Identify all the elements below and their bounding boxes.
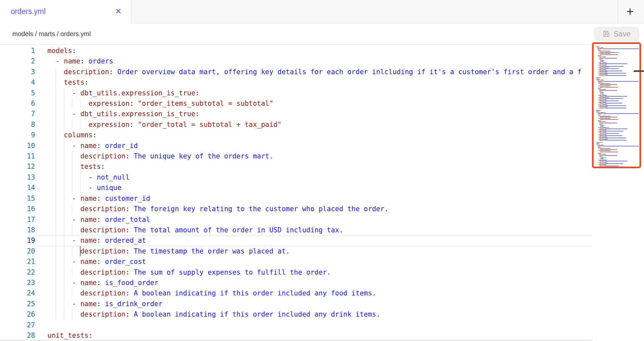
code-line[interactable]: 22 description: The sum of supply expens…	[0, 267, 592, 278]
code-token: description	[80, 247, 125, 255]
code-line[interactable]: 10 - name: order_id	[0, 141, 592, 151]
code-line[interactable]: 14 - unique	[0, 183, 592, 193]
code-line[interactable]: 3 description: Order overview data mart,…	[0, 67, 592, 77]
code-line[interactable]: 7 - dbt_utils.expression_is_true:	[0, 109, 592, 119]
minimap-segment	[596, 143, 599, 144]
minimap-row	[599, 134, 606, 135]
minimap-row	[599, 104, 607, 105]
code-token: order_cost	[101, 258, 146, 266]
code-token: -	[72, 142, 80, 150]
minimap-segment	[602, 164, 606, 165]
code-line[interactable]: 13 - not_null	[0, 172, 592, 183]
code-token: description	[80, 205, 125, 213]
code-line[interactable]: 26 description: A boolean indicating if …	[0, 309, 592, 320]
code-line[interactable]: 25 - name: is_drink_order	[0, 299, 592, 309]
code-line[interactable]: 15 - name: customer_id	[0, 193, 592, 204]
save-button[interactable]: Save	[594, 27, 639, 41]
minimap-segment	[602, 65, 607, 65]
minimap-row	[599, 106, 608, 107]
minimap-segment	[599, 72, 599, 72]
text-cursor	[80, 246, 81, 256]
code-line[interactable]: 11 description: The unique key of the or…	[0, 151, 592, 161]
minimap-row	[600, 158, 603, 159]
code-line[interactable]: 18 description: The total amount of the …	[0, 225, 592, 235]
indent-guide	[64, 267, 64, 278]
code-token: name	[80, 279, 97, 287]
code-line[interactable]: 23 - name: is_food_order	[0, 278, 592, 288]
code-line[interactable]: 21 - name: order_cost	[0, 256, 592, 267]
indent-guide	[80, 119, 81, 130]
minimap-segment	[598, 113, 602, 114]
indent-guide	[64, 204, 64, 214]
code-line[interactable]: 4 tests:	[0, 77, 592, 88]
close-icon[interactable]: ✕	[111, 0, 125, 23]
minimap-segment	[599, 133, 603, 134]
minimap-row	[600, 52, 619, 53]
minimap-row	[598, 115, 601, 115]
minimap-segment	[596, 111, 599, 112]
line-number: 6	[0, 98, 35, 109]
minimap-segment	[601, 157, 604, 158]
minimap-segment	[599, 108, 603, 108]
code-line[interactable]: 5 - dbt_utils.expression_is_true:	[0, 88, 592, 98]
minimap[interactable]	[594, 44, 639, 167]
minimap-row	[599, 105, 626, 106]
minimap-row	[600, 125, 604, 126]
code-lines[interactable]: 1models:2 - name: orders3 description: O…	[0, 46, 592, 341]
minimap-segment	[600, 82, 600, 83]
code-token: description	[80, 152, 125, 160]
minimap-row	[599, 108, 626, 108]
code-token: name	[64, 57, 81, 65]
code-line[interactable]: 12 tests:	[0, 161, 592, 172]
tab-title: orders.yml	[11, 0, 45, 23]
minimap-segment	[601, 126, 603, 127]
code-token: is_food_order	[101, 279, 158, 287]
line-number: 15	[0, 193, 35, 204]
minimap-segment	[600, 94, 601, 94]
tab-orders-yml[interactable]: orders.yml ✕	[0, 0, 132, 23]
line-number: 7	[0, 109, 35, 119]
code-line[interactable]: 1models:	[0, 46, 592, 56]
code-line[interactable]: 27	[0, 320, 592, 330]
line-number: 23	[0, 278, 35, 288]
minimap-segment	[599, 102, 599, 102]
code-line[interactable]: 9 columns:	[0, 130, 592, 140]
code-line[interactable]: 6 expression: "order_items_subtotal = su…	[0, 98, 592, 109]
code-token: :	[72, 47, 76, 55]
indent-guide	[56, 267, 56, 278]
minimap-segment	[600, 87, 604, 88]
code-line[interactable]: 16 description: The foreign key relating…	[0, 204, 592, 214]
minimap-segment	[601, 104, 602, 105]
code-line[interactable]: 24 description: A boolean indicating if …	[0, 288, 592, 298]
minimap-segment	[601, 100, 602, 100]
minimap-segment	[605, 119, 618, 120]
minimap-segment	[605, 68, 619, 69]
minimap-segment	[599, 162, 599, 163]
minimap-row	[600, 119, 618, 120]
code-token: columns	[64, 131, 93, 139]
minimap-row	[599, 57, 605, 57]
code-token: -	[72, 110, 80, 118]
line-number: 10	[0, 141, 35, 151]
indent-whitespace	[47, 89, 72, 97]
code-editor[interactable]: 1models:2 - name: orders3 description: O…	[0, 45, 644, 341]
code-line[interactable]: 28unit_tests:	[0, 330, 592, 341]
code-line[interactable]: 17 - name: order_total	[0, 214, 592, 225]
minimap-segment	[599, 89, 601, 90]
code-line[interactable]: 19 - name: ordered_at	[0, 235, 592, 246]
minimap-segment	[600, 117, 604, 117]
minimap-row	[599, 133, 619, 134]
minimap-segment	[599, 104, 599, 105]
code-line[interactable]: 20 description: The timestamp the order …	[0, 246, 592, 256]
new-tab-button[interactable]: +	[619, 1, 641, 22]
code-token: -	[72, 279, 80, 287]
indent-guide	[56, 214, 56, 225]
code-token: :	[97, 258, 101, 266]
code-line[interactable]: 2 - name: orders	[0, 56, 592, 66]
minimap-row	[599, 118, 611, 119]
code-line[interactable]: 8 expression: "order_total = subtotal + …	[0, 119, 592, 130]
minimap-segment	[607, 97, 609, 98]
minimap-segment	[604, 133, 604, 134]
minimap-segment	[602, 89, 606, 90]
code-token: expression	[88, 100, 129, 107]
